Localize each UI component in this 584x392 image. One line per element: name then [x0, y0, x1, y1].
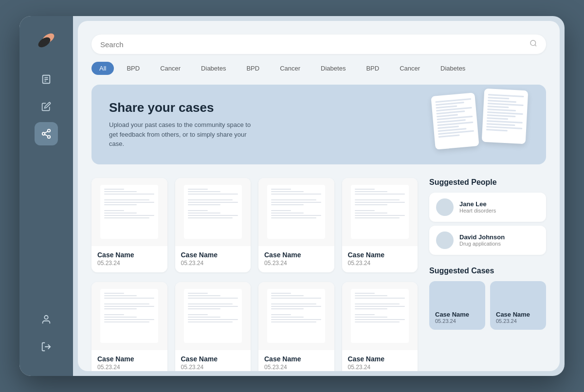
case-name: Case Name: [264, 251, 328, 259]
case-date: 05.23.24: [97, 260, 162, 267]
suggested-cases-grid: Case Name 05.23.24 Case Name 05.23.24: [429, 281, 546, 330]
suggested-case-card[interactable]: Case Name 05.23.24: [429, 281, 485, 330]
case-name: Case Name: [97, 251, 162, 259]
sug-case-date: 05.23.24: [435, 318, 479, 324]
case-thumbnail: [175, 282, 251, 350]
case-date: 05.23.24: [348, 364, 412, 371]
case-card[interactable]: Case Name 05.23.24: [175, 178, 251, 272]
tag-bpd-1[interactable]: BPD: [119, 62, 147, 75]
banner-text: Share your cases Upload your past cases …: [109, 100, 255, 149]
person-name: David Johnson: [459, 233, 505, 241]
person-info: Jane Lee Heart disorders: [459, 200, 496, 214]
tag-cancer-1[interactable]: Cancer: [152, 62, 188, 75]
sidebar-item-notes[interactable]: [35, 68, 58, 91]
sug-case-name: Case Name: [496, 311, 540, 318]
person-specialty: Heart disorders: [459, 208, 496, 214]
svg-line-10: [45, 131, 48, 133]
right-sidebar: Suggested People Jane Lee Heart disorder…: [429, 178, 546, 372]
case-name: Case Name: [181, 251, 245, 259]
avatar-jane: [436, 198, 454, 216]
sidebar-nav: [35, 68, 58, 303]
case-thumbnail: [91, 282, 167, 350]
case-thumbnail: [258, 282, 334, 350]
search-icon: [529, 39, 537, 49]
tag-diabetes-3[interactable]: Diabetes: [433, 62, 473, 75]
tag-cancer-2[interactable]: Cancer: [272, 62, 308, 75]
case-thumbnail: [342, 282, 418, 350]
case-info: Case Name 05.23.24: [258, 350, 334, 372]
case-card[interactable]: Case Name 05.23.24: [258, 178, 334, 272]
main-content: All BPD Cancer Diabetes BPD Cancer Diabe…: [78, 21, 560, 371]
case-name: Case Name: [97, 355, 162, 363]
svg-line-9: [45, 134, 48, 136]
doc-preview-2: [482, 89, 529, 144]
sug-case-date: 05.23.24: [496, 318, 540, 324]
banner-docs: [433, 94, 527, 148]
case-card[interactable]: Case Name 05.23.24: [91, 282, 167, 372]
banner-title: Share your cases: [109, 100, 255, 115]
doc-preview-1: [431, 92, 479, 149]
suggested-people-title: Suggested People: [429, 178, 546, 187]
case-date: 05.23.24: [264, 260, 328, 267]
svg-point-8: [48, 136, 51, 139]
sidebar-item-share[interactable]: [35, 122, 58, 145]
svg-point-11: [44, 316, 48, 319]
case-date: 05.23.24: [348, 260, 412, 267]
filter-tags: All BPD Cancer Diabetes BPD Cancer Diabe…: [91, 62, 546, 75]
case-thumbnail: [258, 178, 334, 246]
case-date: 05.23.24: [264, 364, 328, 371]
svg-point-7: [42, 132, 45, 135]
share-cases-banner: Share your cases Upload your past cases …: [91, 85, 546, 164]
sidebar-item-edit[interactable]: [35, 95, 58, 118]
case-card[interactable]: Case Name 05.23.24: [342, 282, 418, 372]
person-info: David Johnson Drug applications: [459, 233, 505, 247]
case-name: Case Name: [348, 251, 412, 259]
suggested-case-card[interactable]: Case Name 05.23.24: [490, 281, 546, 330]
cases-row-2: Case Name 05.23.24: [91, 282, 418, 372]
case-card[interactable]: Case Name 05.23.24: [91, 178, 167, 272]
suggested-cases-title: Suggested Cases: [429, 267, 546, 275]
case-name: Case Name: [264, 355, 328, 363]
case-info: Case Name 05.23.24: [342, 350, 418, 372]
search-bar: [91, 35, 546, 54]
case-info: Case Name 05.23.24: [91, 350, 167, 372]
case-card[interactable]: Case Name 05.23.24: [258, 282, 334, 372]
sidebar-bottom: [35, 308, 58, 364]
sidebar-item-profile[interactable]: [35, 308, 58, 331]
search-input[interactable]: [100, 40, 525, 49]
sidebar-item-logout[interactable]: [35, 335, 58, 358]
person-card-jane[interactable]: Jane Lee Heart disorders: [429, 193, 546, 222]
tag-diabetes-1[interactable]: Diabetes: [193, 62, 234, 75]
person-card-david[interactable]: David Johnson Drug applications: [429, 226, 546, 255]
person-specialty: Drug applications: [459, 241, 505, 247]
case-name: Case Name: [348, 355, 412, 363]
cases-row-1: Case Name 05.23.24: [91, 178, 418, 272]
case-date: 05.23.24: [181, 260, 245, 267]
content-area: Case Name 05.23.24: [91, 178, 546, 372]
case-date: 05.23.24: [181, 364, 245, 371]
case-thumbnail: [91, 178, 167, 246]
tag-bpd-2[interactable]: BPD: [238, 62, 267, 75]
svg-point-13: [530, 40, 536, 46]
case-card[interactable]: Case Name 05.23.24: [175, 282, 251, 372]
tag-cancer-3[interactable]: Cancer: [392, 62, 428, 75]
person-name: Jane Lee: [459, 200, 496, 208]
case-info: Case Name 05.23.24: [91, 246, 167, 272]
avatar-david: [436, 232, 454, 249]
svg-line-14: [535, 45, 536, 46]
case-thumbnail: [342, 178, 418, 246]
tag-bpd-3[interactable]: BPD: [358, 62, 387, 75]
case-info: Case Name 05.23.24: [342, 246, 418, 272]
case-thumbnail: [175, 178, 251, 246]
tag-diabetes-2[interactable]: Diabetes: [313, 62, 353, 75]
svg-point-6: [48, 129, 51, 132]
sidebar: [19, 16, 73, 376]
case-date: 05.23.24: [97, 364, 162, 371]
case-card[interactable]: Case Name 05.23.24: [342, 178, 418, 272]
case-info: Case Name 05.23.24: [258, 246, 334, 272]
tag-all[interactable]: All: [91, 62, 114, 75]
case-info: Case Name 05.23.24: [175, 246, 251, 272]
banner-description: Upload your past cases to the community …: [109, 120, 255, 149]
people-list: Jane Lee Heart disorders David Johnson D…: [429, 193, 546, 255]
cases-grid: Case Name 05.23.24: [91, 178, 418, 372]
